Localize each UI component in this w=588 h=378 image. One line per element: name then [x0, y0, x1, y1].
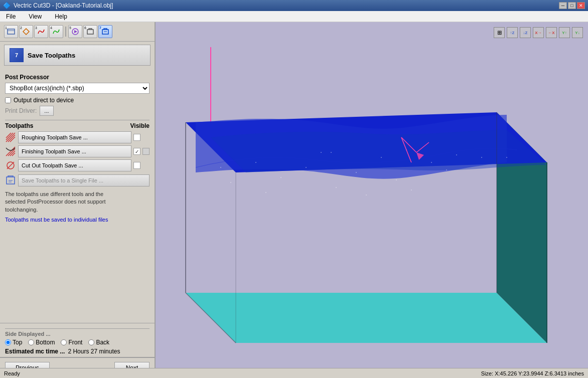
- est-time-row: Estimated mc time ... 2 Hours 27 minutes: [5, 348, 150, 355]
- main-layout: 1 2 3 4 5: [0, 22, 588, 378]
- panel-content: Post Processor ShopBot (arcs)(inch) (*.s…: [0, 68, 155, 323]
- svg-rect-5: [87, 30, 93, 34]
- radio-front-input[interactable]: [61, 339, 67, 345]
- print-driver-button[interactable]: ...: [40, 106, 53, 116]
- viewport-icon-y-down[interactable]: Y↓: [572, 27, 583, 38]
- finishing-visible-check[interactable]: ✓: [133, 148, 140, 155]
- cutout-toolpath-row: Cut Out Toolpath Save ...: [5, 159, 150, 171]
- finishing-toolpath-row: Finishing Toolpath Save ... ✓: [5, 145, 150, 157]
- divider-1: [5, 120, 150, 120]
- toolbar-step-7[interactable]: 7: [98, 25, 112, 38]
- menu-bar: File View Help: [0, 11, 588, 22]
- menu-help[interactable]: Help: [51, 12, 71, 21]
- svg-point-30: [306, 167, 307, 168]
- post-processor-dropdown[interactable]: ShopBot (arcs)(inch) (*.sbp) ShopBot (in…: [5, 83, 150, 94]
- restore-button[interactable]: □: [568, 2, 576, 9]
- svg-point-42: [506, 157, 507, 158]
- viewport-icon-zy-down[interactable]: ↓Z: [520, 27, 531, 38]
- viewport-icon-zy-up[interactable]: ↑Z: [507, 27, 518, 38]
- title-bar-controls[interactable]: ─ □ ✕: [559, 2, 585, 9]
- window-title: Vectric Cut3D - [Oakland-Tutorial.obj]: [14, 2, 113, 9]
- print-driver-label: Print Driver:: [5, 107, 37, 114]
- toolbar-step-5[interactable]: 5: [68, 25, 82, 38]
- radio-bottom-label: Bottom: [36, 339, 55, 346]
- section-header: 7 Save Toolpaths: [4, 45, 151, 66]
- close-button[interactable]: ✕: [577, 2, 585, 9]
- toolpaths-header: Toolpaths Visible: [5, 122, 150, 129]
- svg-marker-4: [74, 30, 77, 33]
- menu-file[interactable]: File: [2, 12, 20, 21]
- svg-point-41: [446, 169, 447, 170]
- cutout-toolpath-button[interactable]: Cut Out Toolpath Save ...: [18, 159, 131, 171]
- finishing-toolpath-button[interactable]: Finishing Toolpath Save ...: [18, 145, 131, 157]
- side-radio-group: Top Bottom Front Back: [5, 339, 150, 346]
- viewport: ⊞ ↑Z ↓Z X→ ←X Y↑ Y↓: [156, 22, 588, 378]
- svg-point-28: [331, 152, 332, 153]
- radio-top-label: Top: [13, 339, 22, 346]
- save-single-button[interactable]: Save Toolpaths to a Single File ...: [18, 174, 150, 186]
- cutout-icon: [5, 160, 16, 171]
- output-direct-row: Output direct to device: [5, 97, 150, 104]
- side-section: Side Displayed ... Top Bottom Front Back: [0, 323, 155, 357]
- output-direct-checkbox[interactable]: [5, 97, 11, 103]
- toolbar: 1 2 3 4 5: [0, 22, 155, 42]
- left-panel: 1 2 3 4 5: [0, 22, 156, 378]
- 3d-canvas: [156, 22, 588, 378]
- svg-point-33: [280, 177, 281, 178]
- svg-point-44: [366, 195, 367, 196]
- save-single-icon: [5, 175, 16, 186]
- toolbar-step-2[interactable]: 2: [19, 25, 33, 38]
- finishing-check-2: [142, 148, 150, 155]
- status-bar: Ready Size: X:45.226 Y:23.9944 Z:6.3413 …: [0, 368, 588, 378]
- toolbar-step-1[interactable]: 1: [4, 25, 18, 38]
- viewport-icon-x-right[interactable]: X→: [533, 27, 544, 38]
- visible-label: Visible: [130, 122, 150, 129]
- save-single-row: Save Toolpaths to a Single File ...: [5, 174, 150, 186]
- side-displayed-label: Side Displayed ...: [5, 331, 150, 337]
- radio-bottom-input[interactable]: [28, 339, 34, 345]
- svg-point-38: [396, 179, 397, 180]
- est-time-label: Estimated mc time ...: [5, 348, 65, 355]
- post-processor-label: Post Processor: [5, 74, 150, 81]
- radio-back-label: Back: [96, 339, 109, 346]
- radio-front-label: Front: [68, 339, 82, 346]
- svg-point-35: [431, 162, 432, 163]
- svg-line-8: [6, 133, 15, 142]
- viewport-icon-home[interactable]: ⊞: [494, 27, 505, 38]
- roughing-toolpath-row: Roughing Toolpath Save ...: [5, 131, 150, 143]
- svg-point-34: [356, 172, 357, 173]
- svg-point-39: [336, 187, 337, 188]
- info-text-blue: Toolpaths must be saved to individual fi…: [5, 217, 150, 223]
- svg-point-36: [481, 157, 482, 158]
- toolbar-step-6[interactable]: 6: [83, 25, 97, 38]
- svg-point-32: [456, 154, 457, 155]
- divider-2: [5, 328, 150, 329]
- svg-point-43: [321, 152, 322, 153]
- app-icon: 🔷: [3, 2, 11, 9]
- toolbar-step-4[interactable]: 4: [49, 25, 63, 38]
- title-bar-left: 🔷 Vectric Cut3D - [Oakland-Tutorial.obj]: [3, 2, 113, 9]
- svg-marker-2: [23, 29, 29, 35]
- step-number-badge: 7: [10, 48, 24, 62]
- post-processor-row: ShopBot (arcs)(inch) (*.sbp) ShopBot (in…: [5, 83, 150, 94]
- toolpaths-label: Toolpaths: [5, 122, 33, 129]
- menu-view[interactable]: View: [25, 12, 46, 21]
- viewport-icon-y-up[interactable]: Y↑: [559, 27, 570, 38]
- radio-top-input[interactable]: [5, 339, 11, 345]
- cutout-visible-check[interactable]: [133, 162, 140, 169]
- svg-marker-24: [186, 293, 547, 343]
- svg-point-37: [230, 182, 231, 183]
- viewport-icon-x-left[interactable]: ←X: [546, 27, 557, 38]
- svg-point-45: [411, 190, 412, 191]
- radio-bottom: Bottom: [28, 339, 55, 346]
- roughing-visible-check[interactable]: [133, 134, 140, 141]
- minimize-button[interactable]: ─: [559, 2, 567, 9]
- roughing-toolpath-button[interactable]: Roughing Toolpath Save ...: [18, 131, 131, 143]
- svg-point-46: [220, 167, 221, 168]
- toolbar-step-3[interactable]: 3: [34, 25, 48, 38]
- svg-point-40: [265, 192, 266, 193]
- radio-top: Top: [5, 339, 22, 346]
- radio-back: Back: [88, 339, 109, 346]
- finishing-icon: [5, 146, 16, 157]
- radio-back-input[interactable]: [88, 339, 94, 345]
